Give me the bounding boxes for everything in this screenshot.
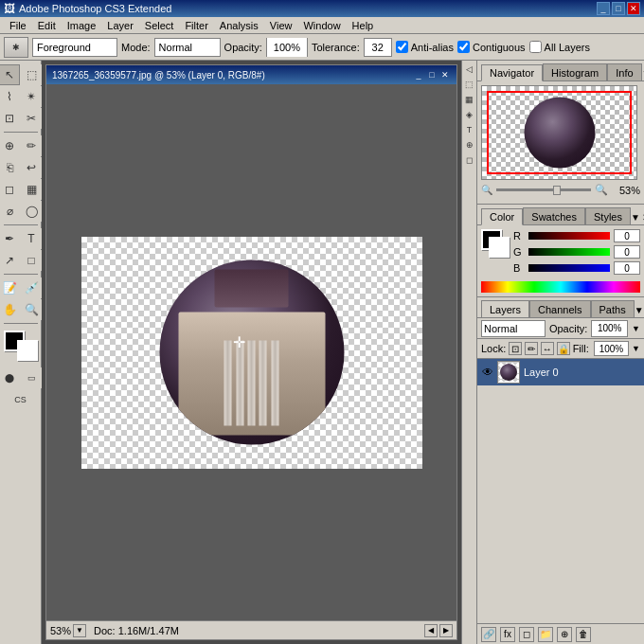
b-value-input[interactable] (614, 261, 640, 275)
lasso-tool[interactable]: ⌇ (0, 86, 20, 107)
add-mask-button[interactable]: ◻ (519, 627, 534, 642)
r-value-input[interactable] (614, 229, 640, 242)
blend-mode-select[interactable]: Normal (481, 320, 546, 337)
opacity-arrow[interactable]: ▼ (632, 324, 640, 333)
zoom-dropdown[interactable]: ▼ (73, 624, 86, 637)
layer-0-row[interactable]: 👁 Layer 0 (477, 359, 644, 385)
new-layer-button[interactable]: ⊕ (557, 627, 572, 642)
doc-close[interactable]: ✕ (439, 69, 451, 80)
bg-swatch[interactable] (489, 237, 510, 258)
menu-analysis[interactable]: Analysis (214, 19, 264, 32)
scroll-right[interactable]: ▶ (439, 624, 453, 637)
zoom-thumb[interactable] (553, 186, 561, 195)
tab-navigator[interactable]: Navigator (481, 64, 543, 81)
lock-pixels-icon[interactable]: ✏ (525, 342, 538, 355)
link-layers-button[interactable]: 🔗 (481, 627, 496, 642)
zoom-out-icon[interactable]: 🔍 (481, 185, 492, 195)
notes-tool[interactable]: 📝 (0, 277, 20, 298)
stamp-tool[interactable]: ⎗ (0, 157, 20, 178)
tool-options-icon[interactable]: ✱ (4, 37, 28, 58)
tab-histogram[interactable]: Histogram (543, 63, 607, 80)
add-style-button[interactable]: fx (500, 627, 515, 642)
color-panel-menu[interactable]: ▼ (631, 212, 640, 223)
opacity-value-input[interactable] (592, 323, 627, 333)
g-slider-track[interactable] (528, 248, 610, 256)
menu-layer[interactable]: Layer (101, 19, 139, 32)
healing-tool[interactable]: ⊕ (0, 135, 20, 156)
panel-icon-4[interactable]: T (463, 123, 476, 136)
image-ready[interactable]: CS (10, 389, 31, 410)
menu-window[interactable]: Window (297, 19, 346, 32)
fill-value-input[interactable] (595, 344, 628, 354)
zoom-tool[interactable]: 🔍 (21, 299, 42, 320)
menu-help[interactable]: Help (347, 19, 380, 32)
shape-tool[interactable]: □ (21, 250, 42, 271)
panel-icon-1[interactable]: ⬚ (463, 78, 476, 91)
contiguous-checkbox[interactable] (457, 41, 470, 53)
tab-styles[interactable]: Styles (585, 207, 631, 224)
tolerance-input[interactable] (364, 38, 392, 57)
menu-file[interactable]: File (4, 19, 32, 32)
menu-view[interactable]: View (264, 19, 298, 32)
tab-paths[interactable]: Paths (591, 300, 635, 317)
layers-panel-menu[interactable]: ▼ (635, 305, 644, 315)
pen-tool[interactable]: ✒ (0, 228, 20, 249)
fill-arrow[interactable]: ▼ (632, 344, 640, 353)
opacity-input[interactable] (267, 38, 307, 57)
tab-info[interactable]: Info (607, 63, 641, 80)
close-button[interactable]: ✕ (627, 2, 640, 15)
background-color[interactable] (17, 340, 38, 361)
delete-layer-button[interactable]: 🗑 (576, 627, 591, 642)
b-slider-track[interactable] (528, 264, 610, 272)
move-tool[interactable]: ↖ (0, 64, 20, 85)
g-value-input[interactable] (614, 245, 640, 259)
new-group-button[interactable]: 📁 (538, 627, 553, 642)
minimize-button[interactable]: _ (597, 2, 610, 15)
menu-image[interactable]: Image (62, 19, 102, 32)
brush-tool[interactable]: ✏ (21, 135, 42, 156)
blur-tool[interactable]: ⌀ (0, 201, 20, 222)
panel-icon-2[interactable]: ▦ (463, 93, 476, 106)
hand-tool[interactable]: ✋ (0, 299, 20, 320)
screen-mode[interactable]: ▭ (21, 367, 42, 388)
dodge-tool[interactable]: ◯ (21, 201, 42, 222)
color-spectrum[interactable] (481, 281, 640, 293)
tool-preset-dropdown[interactable]: Foreground (32, 38, 117, 57)
zoom-in-icon[interactable]: 🔍 (595, 184, 608, 196)
mode-dropdown[interactable]: Normal (154, 38, 221, 57)
magic-wand-tool[interactable]: ✴ (21, 86, 42, 107)
panel-toggle-nav[interactable]: ◁ (463, 63, 476, 76)
eyedropper-tool[interactable]: 💉 (21, 277, 42, 298)
crop-tool[interactable]: ⊡ (0, 108, 20, 129)
menu-edit[interactable]: Edit (32, 19, 62, 32)
doc-maximize[interactable]: □ (426, 69, 438, 80)
tab-channels[interactable]: Channels (529, 300, 590, 317)
panel-icon-6[interactable]: ◻ (463, 153, 476, 167)
menu-filter[interactable]: Filter (179, 19, 213, 32)
selection-tool[interactable]: ⬚ (21, 64, 42, 85)
tab-swatches[interactable]: Swatches (523, 207, 585, 224)
path-select[interactable]: ↗ (0, 250, 20, 271)
maximize-button[interactable]: □ (612, 2, 625, 15)
quick-mask[interactable]: ⬤ (0, 367, 20, 388)
tab-color[interactable]: Color (481, 208, 523, 225)
panel-icon-5[interactable]: ⊕ (463, 138, 476, 152)
text-tool[interactable]: T (21, 228, 42, 249)
eraser-tool[interactable]: ◻ (0, 179, 20, 200)
document-canvas-area[interactable]: ✛ (46, 84, 456, 620)
slice-tool[interactable]: ✂ (21, 108, 42, 129)
lock-move-icon[interactable]: ↔ (541, 342, 554, 355)
zoom-slider[interactable] (496, 188, 591, 191)
history-brush[interactable]: ↩ (21, 157, 42, 178)
gradient-tool[interactable]: ▦ (21, 179, 42, 200)
layer-visibility-icon[interactable]: 👁 (481, 366, 494, 379)
lock-position-icon[interactable]: ⊡ (509, 342, 522, 355)
all-layers-checkbox[interactable] (529, 41, 542, 53)
tab-layers[interactable]: Layers (481, 300, 529, 317)
doc-minimize[interactable]: _ (413, 69, 424, 80)
r-slider-track[interactable] (528, 232, 610, 240)
scroll-left[interactable]: ◀ (424, 624, 438, 637)
panel-icon-3[interactable]: ◈ (463, 108, 476, 121)
menu-select[interactable]: Select (139, 19, 180, 32)
anti-alias-checkbox[interactable] (396, 41, 408, 53)
